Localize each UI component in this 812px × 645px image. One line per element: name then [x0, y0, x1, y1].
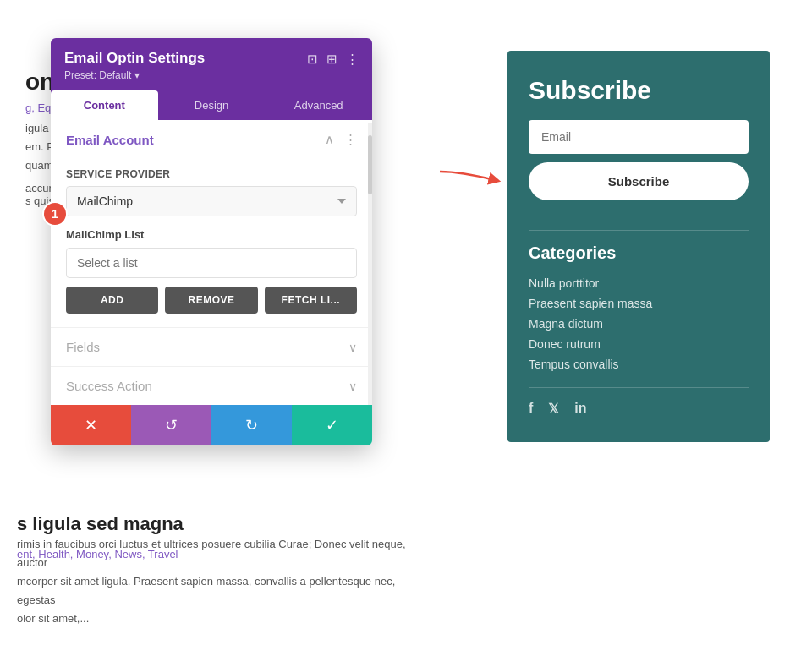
- facebook-icon[interactable]: f: [529, 401, 533, 417]
- category-magna[interactable]: Magna dictum: [529, 314, 749, 334]
- tab-content[interactable]: Content: [51, 90, 158, 120]
- bottom-toolbar: ✕ ↺ ↻ ✓: [51, 405, 372, 445]
- success-action-chevron-icon: ∨: [348, 380, 357, 393]
- scroll-thumb[interactable]: [368, 135, 372, 194]
- mailchimp-list-label: MailChimp List: [51, 228, 372, 241]
- close-button[interactable]: ✕: [51, 405, 131, 445]
- success-action-label: Success Action: [66, 379, 152, 393]
- collapse-icon[interactable]: ∧: [325, 132, 334, 147]
- panel-body: Email Account ∧ ⋮ Service Provider MailC…: [51, 120, 372, 405]
- section-icons: ∧ ⋮: [325, 132, 357, 147]
- category-donec[interactable]: Donec rutrum: [529, 334, 749, 354]
- mailchimp-list-input[interactable]: [66, 248, 357, 278]
- reset-button[interactable]: ↺: [131, 405, 211, 445]
- fetch-button[interactable]: FETCH LI...: [265, 287, 357, 314]
- category-tempus[interactable]: Tempus convallis: [529, 354, 749, 374]
- action-buttons: ADD REMOVE FETCH LI...: [51, 287, 372, 327]
- linkedin-icon[interactable]: in: [574, 401, 586, 417]
- panel-preset[interactable]: Preset: Default ▾: [64, 69, 307, 81]
- service-provider-label: Service Provider: [66, 168, 357, 180]
- step-badge: 1: [42, 201, 68, 227]
- subscribe-panel: Subscribe Subscribe Categories Nulla por…: [508, 51, 770, 442]
- add-button[interactable]: ADD: [66, 287, 158, 314]
- panel-header: Email Optin Settings Preset: Default ▾ ⊡…: [51, 38, 372, 90]
- subscribe-title: Subscribe: [529, 76, 749, 105]
- twitter-icon[interactable]: 𝕏: [548, 401, 559, 417]
- settings-panel: Email Optin Settings Preset: Default ▾ ⊡…: [51, 38, 372, 445]
- social-icons-row: f 𝕏 in: [529, 401, 749, 417]
- expand-icon[interactable]: ⊡: [307, 52, 318, 67]
- service-provider-select[interactable]: MailChimp: [66, 186, 357, 216]
- list-input-container: [51, 248, 372, 287]
- fields-label: Fields: [66, 340, 100, 354]
- save-button[interactable]: ✓: [292, 405, 372, 445]
- email-account-title: Email Account: [66, 133, 154, 147]
- tab-design[interactable]: Design: [158, 90, 266, 120]
- panel-title-block: Email Optin Settings Preset: Default ▾: [64, 50, 307, 81]
- fields-section[interactable]: Fields ∨: [51, 327, 372, 366]
- email-account-section-header: Email Account ∧ ⋮: [51, 120, 372, 156]
- subscribe-email-input[interactable]: [529, 120, 749, 154]
- remove-button[interactable]: REMOVE: [165, 287, 257, 314]
- social-divider: [529, 387, 749, 388]
- tab-advanced[interactable]: Advanced: [265, 90, 372, 120]
- panel-header-icons: ⊡ ⊞ ⋮: [307, 52, 359, 67]
- panel-title: Email Optin Settings: [64, 50, 307, 67]
- categories-title: Categories: [529, 243, 749, 263]
- fields-chevron-icon: ∨: [348, 341, 357, 354]
- grid-icon[interactable]: ⊞: [326, 52, 337, 67]
- section-more-icon[interactable]: ⋮: [344, 132, 357, 147]
- category-nulla[interactable]: Nulla porttitor: [529, 273, 749, 293]
- red-arrow: [436, 167, 503, 193]
- blog-bottom-body: rimis in faucibus orci luctus et ultrice…: [17, 535, 431, 628]
- redo-button[interactable]: ↻: [211, 405, 292, 445]
- subscribe-button[interactable]: Subscribe: [529, 162, 749, 200]
- service-provider-group: Service Provider MailChimp: [51, 156, 372, 228]
- subscribe-divider: [529, 230, 749, 231]
- panel-tabs: Content Design Advanced: [51, 90, 372, 120]
- category-praesent[interactable]: Praesent sapien massa: [529, 293, 749, 314]
- scroll-track: [368, 123, 372, 405]
- more-icon[interactable]: ⋮: [346, 52, 359, 67]
- blog-bottom-heading: s ligula sed magna: [17, 513, 184, 535]
- success-action-section[interactable]: Success Action ∨: [51, 366, 372, 405]
